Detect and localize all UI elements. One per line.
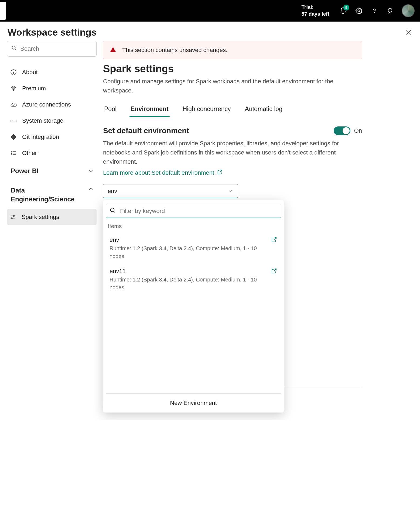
sidebar-item-git[interactable]: Git integration: [7, 129, 97, 145]
chevron-down-icon: [227, 188, 233, 194]
sidebar-item-about[interactable]: About: [7, 64, 97, 80]
diamond-icon: [10, 85, 17, 92]
sidebar-item-label: About: [22, 69, 38, 76]
section-description: Configure and manage settings for Spark …: [103, 77, 351, 95]
dropdown-item-meta: Runtime: 1.2 (Spark 3.4, Delta 2.4), Com…: [110, 245, 267, 260]
sidebar-item-label: Git integration: [22, 133, 59, 140]
banner-text: This section contains unsaved changes.: [122, 47, 227, 54]
svg-rect-13: [113, 51, 113, 51]
feedback-button[interactable]: [386, 7, 394, 15]
chevron-up-icon: [88, 186, 94, 192]
search-input[interactable]: [20, 45, 95, 53]
dropdown-items-label: Items: [106, 223, 281, 232]
notif-badge: 5: [343, 5, 349, 11]
trial-status: Trial: 57 days left: [302, 4, 330, 17]
info-icon: [10, 68, 17, 76]
svg-point-14: [110, 208, 114, 212]
trial-label: Trial:: [302, 4, 330, 11]
chevron-down-icon: [88, 168, 94, 174]
page-title: Workspace settings: [8, 27, 97, 38]
trial-days: 57 days left: [302, 11, 330, 18]
dropdown-filter-input[interactable]: [119, 207, 278, 215]
close-button[interactable]: [405, 29, 412, 36]
svg-point-1: [374, 12, 375, 13]
new-environment-button[interactable]: New Environment: [106, 393, 281, 413]
settings-button[interactable]: [355, 7, 363, 15]
list-icon: [10, 149, 17, 157]
environment-select[interactable]: env: [103, 184, 238, 198]
default-env-description: The default environment will provide Spa…: [103, 139, 340, 166]
select-value: env: [108, 188, 117, 195]
sliders-icon: [9, 213, 17, 221]
default-env-heading: Set default environment: [103, 126, 189, 135]
group-label: Data Engineering/Science: [11, 186, 78, 204]
tabs: Pool Environment High concurrency Automa…: [103, 103, 362, 117]
topbar: Trial: 57 days left 5: [0, 0, 420, 22]
avatar[interactable]: [402, 4, 415, 17]
sidebar: About Premium Azure connections System s…: [7, 41, 97, 420]
svg-rect-12: [113, 49, 113, 50]
learn-more-text: Learn more about Set default environment: [103, 169, 214, 176]
cloud-icon: [10, 101, 17, 108]
notifications-button[interactable]: 5: [339, 7, 347, 15]
tab-high-concurrency[interactable]: High concurrency: [182, 103, 232, 116]
sidebar-item-label: System storage: [22, 117, 63, 124]
svg-point-3: [12, 46, 15, 49]
sidebar-item-label: Azure connections: [22, 101, 71, 108]
app-launcher-stub: [0, 2, 6, 20]
dropdown-item[interactable]: env Runtime: 1.2 (Spark 3.4, Delta 2.4),…: [107, 233, 280, 264]
sidebar-item-premium[interactable]: Premium: [7, 80, 97, 97]
toggle-label: On: [354, 127, 362, 134]
dropdown-item-name: env: [110, 236, 267, 243]
git-icon: [10, 133, 17, 141]
search-box[interactable]: [7, 41, 97, 57]
environment-dropdown: Items env Runtime: 1.2 (Spark 3.4, Delta…: [103, 200, 284, 413]
open-external-icon[interactable]: [271, 268, 277, 276]
search-icon: [11, 45, 17, 53]
dropdown-filter[interactable]: [106, 204, 281, 218]
sidebar-item-label: Other: [22, 150, 37, 157]
svg-point-0: [358, 10, 360, 12]
svg-point-6: [12, 121, 12, 121]
sidebar-item-storage[interactable]: System storage: [7, 113, 97, 129]
default-env-toggle[interactable]: [334, 126, 350, 135]
open-external-icon[interactable]: [271, 236, 277, 245]
group-label: Power BI: [11, 167, 39, 175]
tab-pool[interactable]: Pool: [103, 103, 118, 116]
section-heading: Spark settings: [103, 63, 362, 75]
svg-point-11: [11, 218, 12, 219]
sidebar-group-dataeng[interactable]: Data Engineering/Science: [7, 181, 97, 209]
storage-icon: [10, 117, 17, 125]
dropdown-item-meta: Runtime: 1.2 (Spark 3.4, Delta 2.4), Com…: [110, 276, 267, 291]
content: This section contains unsaved changes. S…: [103, 41, 373, 420]
unsaved-banner: This section contains unsaved changes.: [103, 41, 362, 59]
tab-environment[interactable]: Environment: [129, 103, 170, 116]
sidebar-item-azure[interactable]: Azure connections: [7, 97, 97, 113]
sidebar-item-label: Spark settings: [22, 214, 59, 221]
dropdown-item[interactable]: env11 Runtime: 1.2 (Spark 3.4, Delta 2.4…: [107, 264, 280, 295]
sidebar-group-powerbi[interactable]: Power BI: [7, 161, 97, 181]
sidebar-item-spark-settings[interactable]: Spark settings: [7, 209, 97, 225]
svg-point-9: [11, 154, 12, 155]
dropdown-item-name: env11: [110, 268, 267, 275]
external-link-icon: [217, 169, 223, 177]
learn-more-link[interactable]: Learn more about Set default environment: [103, 169, 223, 177]
tab-automatic-log[interactable]: Automatic log: [244, 103, 284, 116]
sidebar-item-other[interactable]: Other: [7, 145, 97, 161]
help-button[interactable]: [370, 7, 378, 15]
svg-point-10: [13, 215, 14, 216]
sidebar-item-label: Premium: [22, 85, 46, 92]
warning-icon: [110, 46, 116, 54]
svg-point-7: [11, 151, 12, 152]
svg-point-8: [11, 153, 12, 154]
search-icon: [109, 207, 116, 215]
